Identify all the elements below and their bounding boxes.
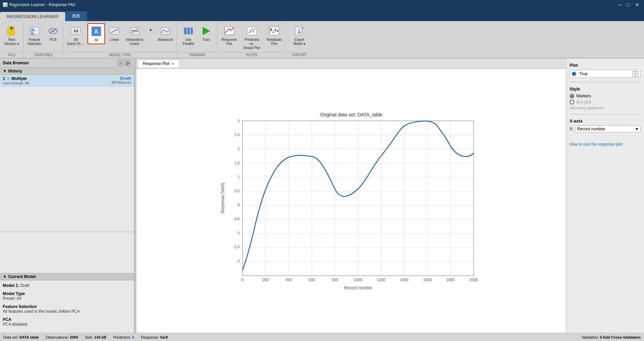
ribbon-group-features: FeatureSelection PCA FEATURES [24, 22, 63, 58]
minimize-button[interactable]: ─ [616, 2, 624, 7]
residuals-plot-icon [268, 25, 280, 37]
svg-text:-1: -1 [236, 231, 240, 235]
box-plot-radio[interactable] [570, 100, 574, 104]
model-name-prop: Model 1: Draft [3, 283, 131, 288]
interactions-linear-icon [129, 25, 141, 37]
xaxis-section-title: X-axis [570, 118, 641, 124]
interactions-linear-button[interactable]: InteractionsLinear [123, 23, 146, 48]
svg-rect-43 [295, 27, 302, 35]
history-item-last-change: Last change: All [3, 81, 29, 85]
export-model-label: ExportModel ▾ [293, 38, 305, 46]
use-parallel-button[interactable]: UseParallel [180, 23, 197, 48]
tab-view[interactable]: 视图 [65, 11, 87, 21]
ribbon-group-model-type: All AllQuick-To-... A All [63, 22, 177, 58]
current-model-section-header[interactable]: ▼ Current Model [0, 273, 134, 280]
feature-selection-prop: Feature Selection All features used in t… [3, 304, 131, 314]
svg-text:Record number: Record number [344, 286, 372, 290]
maximize-button[interactable]: □ [625, 2, 632, 7]
xaxis-value: Record number [577, 127, 605, 131]
pca-button[interactable]: PCA [45, 23, 62, 44]
train-button[interactable]: Train [198, 23, 215, 44]
linear-button[interactable]: Linear [106, 23, 123, 44]
history-section-header[interactable]: ▼ History [0, 68, 134, 75]
svg-rect-7 [31, 33, 34, 34]
help-link[interactable]: How to use the response plot [570, 142, 622, 147]
markers-radio[interactable] [570, 94, 574, 98]
svg-text:3: 3 [237, 119, 239, 123]
svg-rect-26 [224, 27, 234, 35]
residuals-plot-button[interactable]: ResidualsPlot [265, 23, 284, 48]
window-controls[interactable]: ─ □ ✕ [616, 2, 641, 7]
use-parallel-label: UseParallel [183, 38, 194, 46]
xaxis-dropdown-arrow: ▼ [635, 127, 639, 131]
new-session-icon [5, 25, 18, 37]
tab-regression-learner[interactable]: REGRESSION LEARNER [0, 12, 65, 21]
history-item-name: Multiple [12, 76, 27, 81]
model-type-prop: Model Type Preset: All [3, 291, 131, 301]
true-checkbox[interactable]: ✓ [633, 71, 638, 77]
current-model-section: Model 1: Draft Model Type Preset: All Fe… [0, 280, 134, 333]
file-group-label: FILE [1, 52, 22, 58]
style-section-title: Style [570, 86, 641, 92]
more-dropdown-button[interactable] [147, 23, 155, 38]
history-item[interactable]: 1 ☆ Multiple Last change: All [Draft] 8/… [0, 75, 134, 87]
svg-text:2000: 2000 [469, 278, 477, 282]
data-browser-title: Data Browser [3, 61, 29, 65]
svg-text:0.5: 0.5 [234, 189, 239, 193]
svg-marker-44 [302, 27, 304, 29]
svg-text:2: 2 [237, 147, 239, 151]
plot-section-title: Plot [570, 63, 641, 68]
training-group-label: TRAINING [178, 52, 216, 58]
svg-text:All: All [73, 29, 78, 33]
predicted-vs-actual-button[interactable]: Predicted vs.Actual Plot [240, 23, 264, 52]
close-button[interactable]: ✕ [633, 2, 641, 7]
too-many-categories-text: Too many categories [570, 106, 641, 110]
all-quick-to-button[interactable]: All AllQuick-To-... [65, 23, 87, 48]
plot-area: Original data set: DATA_table [136, 69, 566, 333]
tab-close-button[interactable]: ✕ [171, 62, 174, 66]
history-item-star[interactable]: ☆ [6, 76, 10, 81]
pca-prop: PCA PCA disabled [3, 317, 131, 327]
new-session-button[interactable]: NewSession ▾ [2, 23, 21, 48]
xaxis-section: X-axis X: Record number ▼ [570, 118, 641, 132]
history-item-number: 1 [3, 76, 5, 81]
feature-selection-label: FeatureSelection [28, 38, 41, 46]
xaxis-select[interactable]: Record number ▼ [575, 126, 641, 132]
export-model-button[interactable]: ExportModel ▾ [291, 23, 308, 48]
markers-label: Markers [576, 94, 591, 98]
feature-selection-button[interactable]: FeatureSelection [25, 23, 44, 48]
all-button[interactable]: A All [87, 23, 105, 44]
svg-text:1.5: 1.5 [234, 161, 239, 165]
svg-rect-22 [184, 28, 187, 34]
svg-point-32 [251, 29, 253, 30]
svg-text:1600: 1600 [423, 278, 431, 282]
response-plot-button[interactable]: ResponsePlot [219, 23, 239, 48]
plots-group-label: PLOTS [219, 52, 284, 58]
all-quick-to-icon: All [70, 25, 82, 37]
response-plot-tab[interactable]: Response Plot ✕ [138, 60, 180, 67]
advanced-label: Advanced [158, 38, 173, 42]
svg-text:0: 0 [241, 278, 243, 282]
xaxis-x-label: X: [570, 127, 573, 131]
svg-text:1200: 1200 [377, 278, 385, 282]
predicted-vs-actual-label: Predicted vs.Actual Plot [242, 38, 261, 50]
predicted-vs-actual-icon [246, 25, 258, 37]
ribbon-group-plots: ResponsePlot Predicted vs.Actual Plot [218, 22, 286, 58]
style-section: Style Markers Box plot Too many categori… [570, 86, 641, 110]
svg-text:400: 400 [285, 278, 291, 282]
more-dropdown-icon [148, 24, 154, 36]
markers-option[interactable]: Markers [570, 94, 641, 98]
ribbon-group-file: NewSession ▾ FILE [0, 22, 24, 58]
plot-section: Plot True ✓ [570, 63, 641, 78]
box-plot-option[interactable]: Box plot [570, 100, 641, 104]
data-browser-expand[interactable]: ▷ [125, 60, 131, 66]
data-browser-minimize[interactable]: ○ [118, 60, 124, 66]
true-option-row[interactable]: True ✓ [570, 70, 641, 78]
svg-point-10 [52, 30, 54, 32]
right-separator-2 [570, 114, 641, 114]
tab-strip: Response Plot ✕ [136, 59, 566, 69]
right-separator-1 [570, 82, 641, 82]
content-area: Response Plot ✕ Original data set: DATA_… [136, 59, 566, 333]
svg-rect-6 [31, 32, 33, 33]
advanced-button[interactable]: Advanced [155, 23, 175, 44]
